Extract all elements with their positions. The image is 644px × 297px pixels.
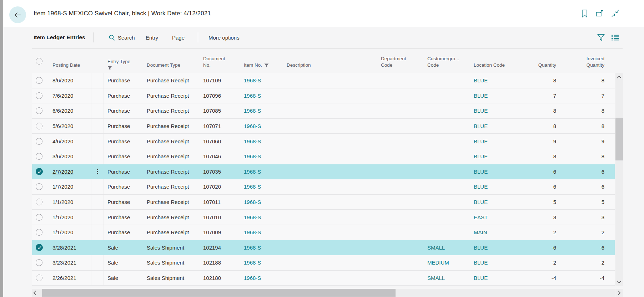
invoiced-quantity-cell[interactable]: 6 [558, 164, 607, 179]
table-row[interactable]: 1/7/2020 Purchase Purchase Receipt 10702… [32, 179, 615, 195]
item-no-link[interactable]: 1968-S [240, 195, 282, 210]
document-type-cell[interactable]: Sales Shipment [143, 255, 200, 270]
department-code-cell[interactable] [378, 225, 424, 240]
document-no-cell[interactable]: 107009 [200, 225, 240, 240]
document-no-cell[interactable]: 102194 [200, 240, 240, 255]
quantity-cell[interactable]: 8 [517, 149, 558, 164]
header-customergroup-code[interactable]: Customergro... Code [424, 48, 471, 73]
document-type-cell[interactable]: Purchase Receipt [143, 164, 200, 179]
row-radio[interactable] [36, 92, 42, 99]
row-menu-icon[interactable] [97, 169, 98, 174]
item-no-link[interactable]: 1968-S [240, 88, 282, 103]
description-cell[interactable] [282, 225, 378, 240]
customergroup-code-link[interactable] [424, 103, 471, 118]
quantity-cell[interactable]: 3 [517, 210, 558, 225]
header-document-no[interactable]: Document No. [200, 48, 240, 73]
department-code-cell[interactable] [378, 149, 424, 164]
entry-type-cell[interactable]: Purchase [104, 88, 143, 103]
header-posting-date[interactable]: Posting Date [49, 48, 91, 73]
row-radio[interactable] [36, 107, 42, 114]
entry-type-cell[interactable]: Sale [104, 271, 143, 286]
document-no-cell[interactable]: 107046 [200, 149, 240, 164]
invoiced-quantity-cell[interactable]: 2 [558, 225, 607, 240]
item-no-link[interactable]: 1968-S [240, 164, 282, 179]
table-row[interactable]: 7/6/2020 Purchase Purchase Receipt 10709… [32, 88, 615, 104]
quantity-cell[interactable]: 7 [517, 88, 558, 103]
menu-page[interactable]: Page [172, 27, 185, 48]
entry-type-cell[interactable]: Sale [104, 240, 143, 255]
quantity-cell[interactable]: -4 [517, 271, 558, 286]
select-all-cell[interactable] [32, 48, 49, 73]
description-cell[interactable] [282, 210, 378, 225]
description-cell[interactable] [282, 88, 378, 103]
invoiced-quantity-cell[interactable]: 3 [558, 210, 607, 225]
location-code-link[interactable]: BLUE [471, 103, 517, 118]
entry-type-cell[interactable]: Sale [104, 255, 143, 270]
header-entry-type[interactable]: Entry Type [104, 48, 143, 73]
quantity-cell[interactable]: 6 [517, 164, 558, 179]
item-no-link[interactable]: 1968-S [240, 255, 282, 270]
customergroup-code-link[interactable] [424, 164, 471, 179]
location-code-link[interactable]: BLUE [471, 240, 517, 255]
table-row[interactable]: 1/1/2020 Purchase Purchase Receipt 10700… [32, 225, 615, 240]
document-no-cell[interactable]: 107020 [200, 179, 240, 194]
description-cell[interactable] [282, 195, 378, 210]
location-code-link[interactable]: MAIN [471, 225, 517, 240]
location-code-link[interactable]: EAST [471, 210, 517, 225]
document-type-cell[interactable]: Purchase Receipt [143, 73, 200, 88]
invoiced-quantity-cell[interactable]: 8 [558, 119, 607, 134]
table-row[interactable]: 3/28/2021 Sale Sales Shipment 102194 196… [32, 240, 615, 256]
document-type-cell[interactable]: Purchase Receipt [143, 225, 200, 240]
customergroup-code-link[interactable]: SMALL [424, 271, 471, 286]
table-row[interactable]: 3/23/2021 Sale Sales Shipment 102188 196… [32, 255, 615, 271]
list-view-icon[interactable] [612, 34, 619, 41]
row-select-cell[interactable] [32, 240, 49, 255]
invoiced-quantity-cell[interactable]: 5 [558, 195, 607, 210]
quantity-cell[interactable]: 6 [517, 179, 558, 194]
scroll-up-icon[interactable] [615, 74, 623, 80]
invoiced-quantity-cell[interactable]: 7 [558, 88, 607, 103]
posting-date-cell[interactable]: 1/1/2020 [49, 210, 91, 225]
quantity-cell[interactable]: 8 [517, 119, 558, 134]
location-code-link[interactable]: BLUE [471, 73, 517, 88]
location-code-link[interactable]: BLUE [471, 255, 517, 270]
table-row[interactable]: 6/6/2020 Purchase Purchase Receipt 10708… [32, 103, 615, 119]
posting-date-cell[interactable]: 3/23/2021 [49, 255, 91, 270]
posting-date-cell[interactable]: 3/6/2020 [49, 149, 91, 164]
row-select-cell[interactable] [32, 88, 49, 103]
invoiced-quantity-cell[interactable]: -2 [558, 255, 607, 270]
location-code-link[interactable]: BLUE [471, 119, 517, 134]
description-cell[interactable] [282, 271, 378, 286]
row-radio[interactable] [36, 138, 42, 145]
invoiced-quantity-cell[interactable]: 8 [558, 73, 607, 88]
location-code-link[interactable]: BLUE [471, 149, 517, 164]
table-row[interactable]: 4/6/2020 Purchase Purchase Receipt 10706… [32, 134, 615, 149]
posting-date-cell[interactable]: 1/7/2020 [49, 179, 91, 194]
department-code-cell[interactable] [378, 195, 424, 210]
quantity-cell[interactable]: 9 [517, 134, 558, 149]
header-location-code[interactable]: Location Code [471, 48, 517, 73]
open-in-new-window-icon[interactable] [596, 10, 604, 17]
location-code-link[interactable]: BLUE [471, 179, 517, 194]
document-no-cell[interactable]: 107071 [200, 119, 240, 134]
scroll-right-icon[interactable] [615, 289, 623, 297]
table-row[interactable]: 2/7/2020 Purchase Purchase Receipt 10703… [32, 164, 615, 180]
department-code-cell[interactable] [378, 119, 424, 134]
description-cell[interactable] [282, 255, 378, 270]
filter-icon[interactable] [597, 34, 605, 41]
row-select-cell[interactable] [32, 271, 49, 286]
invoiced-quantity-cell[interactable]: -6 [558, 240, 607, 255]
row-select-cell[interactable] [32, 210, 49, 225]
select-all-radio[interactable] [36, 58, 42, 65]
horizontal-scrollbar[interactable] [32, 289, 615, 297]
row-select-cell[interactable] [32, 179, 49, 194]
department-code-cell[interactable] [378, 88, 424, 103]
document-type-cell[interactable]: Sales Shipment [143, 271, 200, 286]
customergroup-code-link[interactable] [424, 134, 471, 149]
item-no-link[interactable]: 1968-S [240, 73, 282, 88]
menu-entry[interactable]: Entry [146, 27, 158, 48]
table-row[interactable]: 1/1/2020 Purchase Purchase Receipt 10701… [32, 195, 615, 210]
posting-date-cell[interactable]: 2/26/2021 [49, 271, 91, 286]
table-row[interactable]: 5/6/2020 Purchase Purchase Receipt 10707… [32, 119, 615, 134]
row-radio[interactable] [36, 275, 42, 281]
